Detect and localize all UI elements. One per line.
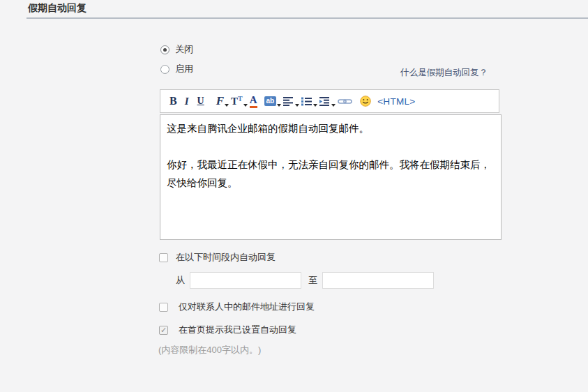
to-date-input[interactable] [322, 272, 434, 289]
radio-close-control[interactable] [160, 45, 169, 54]
highlight-icon: ab [264, 96, 277, 106]
autoreply-message-editor[interactable]: 这是来自腾讯企业邮箱的假期自动回复邮件。 你好，我最近正在休假中，无法亲自回复你… [160, 114, 502, 240]
from-date-input[interactable] [190, 272, 301, 289]
html-mode-button[interactable]: <HTML> [377, 94, 415, 108]
highlight-color-button[interactable]: ab [264, 94, 277, 108]
font-family-icon: F [216, 94, 224, 108]
schedule-checkbox[interactable]: ✓ [159, 253, 168, 262]
contacts-only-label: 仅对联系人中的邮件地址进行回复 [179, 301, 315, 313]
list-button[interactable] [301, 94, 312, 108]
font-family-button[interactable]: F [216, 94, 224, 108]
message-paragraph: 这是来自腾讯企业邮箱的假期自动回复邮件。 [167, 119, 495, 137]
insert-link-button[interactable] [338, 94, 352, 108]
chevron-down-icon [277, 104, 281, 107]
chevron-down-icon [313, 104, 317, 107]
schedule-checkbox-row[interactable]: ✓ 在以下时间段内自动回复 [159, 251, 276, 264]
indent-button[interactable] [319, 94, 331, 108]
radio-enable-control[interactable] [160, 65, 169, 74]
insert-emoji-button[interactable] [360, 94, 371, 108]
smiley-icon [360, 96, 371, 107]
font-size-icon: T [231, 96, 238, 107]
indent-icon [319, 97, 331, 106]
contacts-only-checkbox-row[interactable]: ✓ 仅对联系人中的邮件地址进行回复 [159, 301, 315, 313]
radio-option-enable[interactable]: 启用 [160, 63, 193, 75]
editor-toolbar: B I U F TT A ab [160, 89, 499, 113]
bold-button[interactable]: B [169, 94, 177, 108]
underline-button[interactable]: U [197, 94, 204, 108]
font-size-small-t: T [238, 95, 243, 103]
to-label: 至 [308, 274, 317, 287]
link-icon [338, 98, 352, 105]
chevron-down-icon [295, 104, 299, 107]
page-title: 假期自动回复 [28, 2, 86, 15]
schedule-date-range: 从 至 [176, 272, 434, 289]
homepage-tip-checkbox[interactable]: ✓ [159, 326, 168, 335]
radio-dot [163, 48, 167, 52]
schedule-checkbox-label: 在以下时间段内自动回复 [176, 251, 276, 264]
help-link[interactable]: 什么是假期自动回复？ [400, 67, 488, 79]
content-limit-note: (内容限制在400字以内。) [158, 344, 261, 356]
homepage-tip-label: 在首页提示我已设置自动回复 [179, 324, 296, 336]
contacts-only-checkbox[interactable]: ✓ [159, 303, 168, 312]
vacation-autoreply-settings-page: 假期自动回复 关闭 启用 什么是假期自动回复？ B I U F TT A ab [0, 0, 588, 392]
font-color-button[interactable]: A [250, 94, 257, 108]
radio-close-label: 关闭 [175, 43, 193, 56]
align-left-icon [283, 97, 294, 106]
chevron-down-icon [243, 104, 248, 107]
italic-button[interactable]: I [185, 94, 189, 108]
align-button[interactable] [283, 94, 294, 108]
chevron-down-icon [225, 104, 229, 107]
message-paragraph: 你好，我最近正在休假中，无法亲自回复你的邮件。我将在假期结束后，尽快给你回复。 [167, 156, 495, 192]
from-label: 从 [176, 274, 185, 287]
check-icon: ✓ [160, 326, 167, 334]
bullet-list-icon [301, 97, 312, 106]
chevron-down-icon [331, 104, 336, 107]
homepage-tip-checkbox-row[interactable]: ✓ 在首页提示我已设置自动回复 [159, 324, 296, 336]
font-size-button[interactable]: TT [231, 94, 243, 108]
radio-option-close[interactable]: 关闭 [160, 43, 193, 56]
radio-enable-label: 启用 [175, 63, 193, 75]
title-divider [27, 17, 588, 19]
